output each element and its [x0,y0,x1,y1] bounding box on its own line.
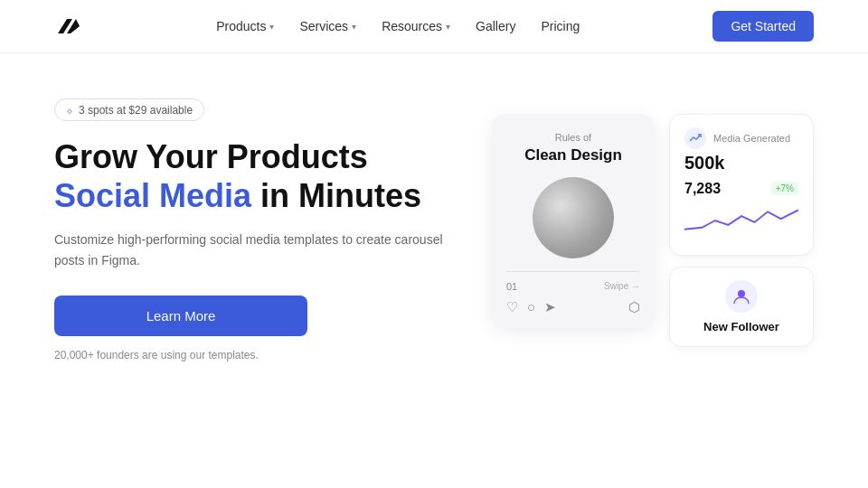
chevron-down-icon: ▾ [446,22,450,32]
hero-section: ⬦ 3 spots at $29 available Grow Your Pro… [0,53,868,398]
card-title: Rules of [506,132,640,143]
nav-item-services[interactable]: Services ▾ [299,19,356,33]
social-proof-text: 20,000+ founders are using our templates… [54,349,443,361]
media-stat-card: Media Generated 500k 7,283 +7% [669,114,814,256]
stat-change-badge: +7% [771,182,798,195]
stat-label: Media Generated [713,133,790,144]
card-actions: ♡ ○ ➤ ⬡ [506,299,640,315]
follower-avatar [725,280,758,313]
follower-card: New Follower [669,267,814,347]
nav-item-resources[interactable]: Resources ▾ [382,19,450,33]
badge-icon: ⬦ [66,103,73,117]
get-started-button[interactable]: Get Started [712,11,814,42]
learn-more-button[interactable]: Learn More [54,296,307,336]
card-subtitle: Clean Design [506,146,640,164]
card-sphere-image [533,177,614,258]
hero-heading: Grow Your Products Social Media in Minut… [54,137,443,215]
stat-count: 7,283 [684,181,721,197]
navbar: Products ▾ Services ▾ Resources ▾ Galler… [0,0,868,53]
svg-point-2 [738,290,745,297]
phone-preview-card: Rules of Clean Design 01 Swipe → ♡ ○ ➤ ⬡ [492,114,655,328]
hero-subtext: Customize high-performing social media t… [54,230,443,270]
stat-value: 500k [684,153,798,174]
promo-badge: ⬦ 3 spots at $29 available [54,99,204,121]
comment-icon[interactable]: ○ [527,299,535,315]
stat-trend-icon [684,127,706,149]
bookmark-icon[interactable]: ⬡ [628,299,640,315]
stats-column: Media Generated 500k 7,283 +7% [669,114,814,347]
chevron-down-icon: ▾ [269,22,274,32]
chevron-down-icon: ▾ [352,22,356,32]
stat-card-top: Media Generated [684,127,798,149]
share-icon[interactable]: ➤ [544,299,556,315]
stat-count-row: 7,283 +7% [684,181,798,197]
stat-chart [684,202,798,239]
card-footer: 01 Swipe → [506,271,640,292]
card-page-num: 01 [506,281,517,292]
heart-icon[interactable]: ♡ [506,299,518,315]
card-swipe-label: Swipe → [604,281,640,291]
hero-right: Rules of Clean Design 01 Swipe → ♡ ○ ➤ ⬡ [492,114,814,347]
nav-item-gallery[interactable]: Gallery [476,19,515,33]
nav-item-products[interactable]: Products ▾ [216,19,274,33]
nav-right: Get Started [712,11,814,42]
follower-label: New Follower [684,320,798,333]
hero-left: ⬦ 3 spots at $29 available Grow Your Pro… [54,99,443,361]
logo[interactable] [54,12,83,41]
card-action-icons: ♡ ○ ➤ [506,299,556,315]
nav-links: Products ▾ Services ▾ Resources ▾ Galler… [216,19,580,33]
hero-highlight: Social Media [54,177,251,214]
nav-item-pricing[interactable]: Pricing [541,19,580,33]
